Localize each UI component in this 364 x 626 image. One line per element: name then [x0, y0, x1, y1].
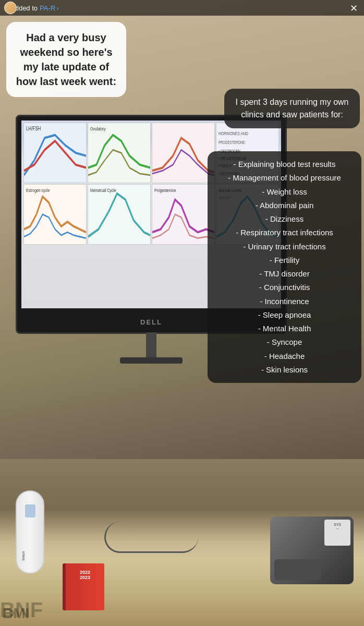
svg-text:LH/FSH: LH/FSH [26, 125, 41, 132]
list-item-7: - Urinary tract infections [216, 240, 353, 254]
chart-cell-6: Menstrual Cycle [88, 184, 151, 245]
thermometer-device: braun [10, 490, 52, 584]
right-speech-bubble: I spent 3 days running my own clinics an… [224, 89, 360, 128]
svg-text:Ovulatory: Ovulatory [90, 126, 106, 132]
bubble-left-text: Had a very busy weekend so here's my lat… [16, 32, 116, 87]
svg-rect-14 [88, 185, 150, 244]
chart-cell-2: Ovulatory [88, 123, 151, 183]
chart-cell-3 [152, 123, 215, 183]
monitor-base [120, 357, 183, 364]
bp-cuff-strap [274, 559, 321, 580]
left-speech-bubble: Had a very busy weekend so here's my lat… [6, 22, 126, 97]
chart-cell-5: Estrogen cycle [23, 184, 87, 245]
svg-rect-4 [152, 123, 214, 183]
top-notification-bar: Added to PA-R › ✕ [0, 0, 364, 16]
list-item-5: - Dizziness [216, 212, 353, 226]
monitor-brand-label: DELL [140, 318, 162, 326]
list-item-3: - Weight loss [216, 185, 353, 199]
svg-text:Menstrual Cycle: Menstrual Cycle [90, 187, 116, 194]
list-item-14: - Syncope [216, 335, 353, 349]
list-item-10: - Conjunctivitis [216, 281, 353, 294]
patient-list: - Explaining blood test results - Manage… [208, 151, 361, 383]
svg-text:HORMONES AND: HORMONES AND [219, 130, 248, 137]
list-item-9: - TMJ disorder [216, 267, 353, 281]
bp-monitor: SYS-- [270, 516, 359, 595]
chart-cell-7: Progesterone [152, 184, 215, 245]
avatar [4, 2, 17, 14]
bubble-right-text: I spent 3 days running my own clinics an… [235, 98, 348, 119]
svg-text:Estrogen cycle: Estrogen cycle [26, 187, 50, 194]
monitor-stand [146, 332, 156, 358]
list-item-4: - Abdominal pain [216, 199, 353, 212]
cable [104, 522, 198, 553]
chart-cell-1: LH/FSH [23, 123, 87, 183]
notification-arrow: › [56, 4, 58, 12]
list-item-15: - Headache [216, 350, 353, 363]
svg-text:PROGESTERONE:: PROGESTERONE: [219, 140, 246, 145]
list-item-12: - Sleep apnoea [216, 308, 353, 322]
list-item-11: - Incontinence [216, 295, 353, 308]
close-icon[interactable]: ✕ [350, 3, 358, 14]
notification-link[interactable]: PA-R [40, 4, 55, 12]
list-item-6: - Respiratory tract infections [216, 226, 353, 239]
bp-display-text: SYS-- [324, 520, 350, 530]
list-item-2: - Management of blood pressure [216, 171, 353, 185]
book-year: 20222023 [80, 570, 90, 580]
list-item-1: - Explaining blood test results [216, 158, 353, 171]
thermometer-brand-label: braun [21, 551, 25, 561]
list-item-13: - Mental Health [216, 322, 353, 335]
list-item-8: - Fertility [216, 254, 353, 267]
bp-monitor-display: SYS-- [324, 520, 350, 546]
book: 20222023 [63, 563, 104, 610]
bnf-label: BNF [0, 598, 43, 622]
list-item-16: - Skin lesions [216, 363, 353, 377]
svg-text:Progesterone: Progesterone [154, 187, 176, 194]
thermometer-display [25, 504, 35, 517]
